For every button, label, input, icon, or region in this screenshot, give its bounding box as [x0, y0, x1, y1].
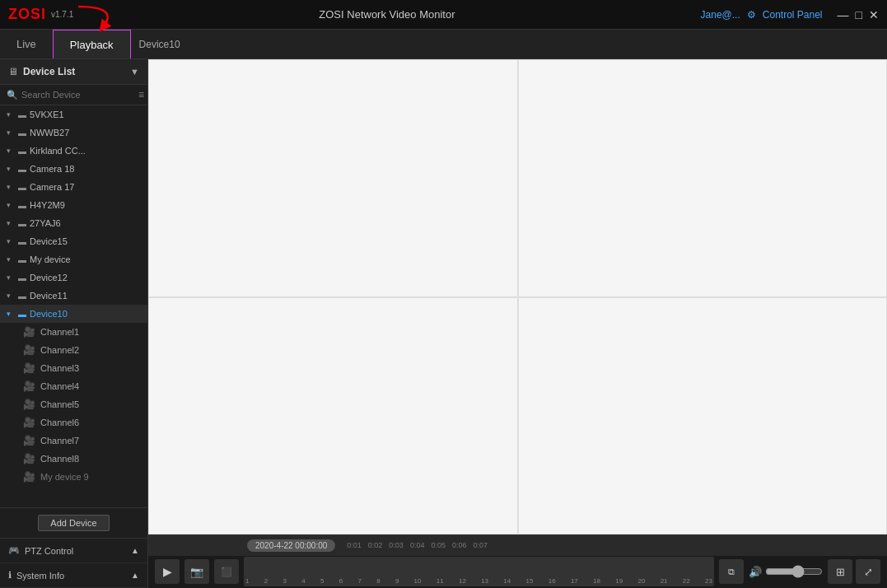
chevron-down-icon[interactable]: ▼	[130, 67, 139, 77]
tab-playback[interactable]: Playback	[53, 30, 131, 58]
fullscreen-button[interactable]: ⤢	[856, 559, 880, 584]
grid-button[interactable]: ⊞	[828, 559, 852, 584]
tick-label: 0:07	[469, 541, 491, 549]
record-button[interactable]: ⬛	[214, 559, 239, 584]
restore-button[interactable]: □	[856, 8, 862, 21]
collapse-icon: ▾	[7, 201, 15, 209]
device-item[interactable]: ▾ ▬ Device15	[0, 232, 147, 250]
search-icon: 🔍	[7, 90, 18, 100]
video-cell-1[interactable]	[148, 59, 518, 297]
collapse-icon: ▾	[7, 128, 15, 137]
screenshot-button[interactable]: 📷	[184, 559, 209, 584]
device-item[interactable]: ▾ ▬ Camera 18	[0, 160, 147, 178]
close-button[interactable]: ✕	[869, 8, 879, 21]
nvr-icon: ▬	[18, 110, 26, 119]
nvr-icon: ▬	[18, 255, 26, 264]
camera-icon: 🎥	[23, 380, 35, 392]
tick-label: 0:03	[385, 541, 407, 549]
device-item[interactable]: ▾ ▬ 5VKXE1	[0, 105, 147, 124]
breadcrumb: Device10	[131, 39, 189, 50]
tick-label: 0:05	[427, 541, 449, 549]
channel-item[interactable]: 🎥 Channel2	[0, 341, 147, 359]
main-layout: 🖥 Device List ▼ 🔍 ≡ ▾ ▬ 5VKXE1 ▾ ▬ NWWB2…	[0, 59, 887, 588]
camera-icon: 🎥	[23, 471, 35, 483]
collapse-icon: ▾	[7, 165, 15, 173]
collapse-icon: ▾	[7, 292, 15, 300]
device-list-title: Device List	[23, 66, 75, 77]
add-device-button[interactable]: Add Device	[38, 515, 109, 531]
playback-bar: 2020-4-22 00:00:00 0:01 0:02 0:03 0:04 0…	[148, 534, 887, 588]
tick-label: 0:02	[365, 541, 386, 549]
collapse-icon: ▾	[7, 310, 15, 318]
volume-slider[interactable]	[765, 565, 823, 578]
content-area: 2020-4-22 00:00:00 0:01 0:02 0:03 0:04 0…	[148, 59, 887, 588]
nvr-icon: ▬	[18, 183, 26, 192]
app-title: ZOSI Network Video Monitor	[319, 8, 455, 21]
nvr-icon: ▬	[18, 147, 26, 156]
video-cell-3[interactable]	[148, 297, 518, 535]
collapse-icon: ▾	[7, 273, 15, 282]
device-item[interactable]: ▾ ▬ Device11	[0, 287, 147, 305]
ptz-control-item[interactable]: 🎮 PTZ Control ▲	[0, 539, 147, 563]
device-item[interactable]: ▾ ▬ Kirkland CC...	[0, 142, 147, 160]
volume-area: 🔊	[749, 565, 823, 578]
device-item[interactable]: ▾ ▬ My device	[0, 250, 147, 268]
timeline-ticks: 0:01 0:02 0:03 0:04 0:05 0:06 0:07	[343, 541, 887, 549]
nvr-icon: ▬	[18, 310, 26, 319]
video-grid	[148, 59, 887, 534]
nvr-icon: ▬	[18, 292, 26, 301]
controls-bar: ▶ 📷 ⬛ 1 2 3 4 5 6 7 8 9	[148, 556, 887, 588]
title-bar-left: ZOSI v1.7.1	[8, 6, 73, 23]
device-item[interactable]: ▾ ▬ Device12	[0, 268, 147, 287]
video-cell-2[interactable]	[518, 59, 888, 297]
device-item[interactable]: ▾ ▬ Camera 17	[0, 178, 147, 196]
minimize-button[interactable]: —	[838, 8, 849, 21]
channel-item[interactable]: 🎥 Channel1	[0, 323, 147, 341]
collapse-icon: ▾	[7, 147, 15, 155]
search-box: 🔍 ≡	[0, 85, 147, 105]
add-device-section: Add Device	[0, 507, 147, 538]
channel-item[interactable]: 🎥 Channel8	[0, 450, 147, 468]
system-info-label: System Info	[16, 571, 64, 581]
channel-item-mydevice9[interactable]: 🎥 My device 9	[0, 468, 147, 486]
timeline-header: 2020-4-22 00:00:00 0:01 0:02 0:03 0:04 0…	[148, 535, 887, 556]
channel-item[interactable]: 🎥 Channel3	[0, 359, 147, 377]
video-cell-4[interactable]	[518, 297, 888, 535]
timeline-bar[interactable]: 1 2 3 4 5 6 7 8 9 10 11 12 13 14	[244, 557, 714, 586]
gear-icon[interactable]: ⚙	[747, 9, 756, 21]
channel-item[interactable]: 🎥 Channel4	[0, 377, 147, 395]
channel-item[interactable]: 🎥 Channel7	[0, 432, 147, 450]
nav-tabs: Live Playback Device10	[0, 30, 887, 59]
system-info-item[interactable]: ℹ System Info ▲	[0, 563, 147, 588]
camera-icon: 🎥	[23, 326, 35, 338]
channel-item[interactable]: 🎥 Channel5	[0, 395, 147, 413]
nvr-icon: ▬	[18, 273, 26, 282]
search-input[interactable]	[21, 90, 135, 100]
info-icon: ℹ	[8, 570, 12, 581]
ptz-icon: 🎮	[8, 545, 20, 556]
device-list: ▾ ▬ 5VKXE1 ▾ ▬ NWWB27 ▾ ▬ Kirkland CC...…	[0, 105, 147, 507]
app-logo: ZOSI	[8, 6, 46, 23]
user-name[interactable]: Jane@...	[701, 9, 740, 21]
control-panel-link[interactable]: Control Panel	[763, 9, 823, 21]
app-version: v1.7.1	[51, 10, 73, 19]
device-item-device10[interactable]: ▾ ▬ Device10	[0, 305, 147, 323]
tick-label: 0:04	[407, 541, 428, 549]
play-button[interactable]: ▶	[155, 559, 180, 584]
device-item[interactable]: ▾ ▬ NWWB27	[0, 124, 147, 142]
title-bar: ZOSI v1.7.1 ZOSI Network Video Monitor J…	[0, 0, 887, 30]
nvr-icon: ▬	[18, 165, 26, 174]
clip-button[interactable]: ⧉	[719, 559, 744, 584]
collapse-icon: ▾	[7, 110, 15, 119]
sidebar-footer: 🎮 PTZ Control ▲ ℹ System Info ▲	[0, 538, 147, 588]
channel-item[interactable]: 🎥 Channel6	[0, 413, 147, 432]
list-icon[interactable]: ≡	[138, 89, 144, 100]
tick-label: 0:06	[449, 541, 470, 549]
collapse-icon: ▾	[7, 183, 15, 191]
device-item[interactable]: ▾ ▬ 27YAJ6	[0, 214, 147, 232]
camera-icon: 🎥	[23, 362, 35, 374]
nvr-icon: ▬	[18, 201, 26, 210]
nvr-icon: ▬	[18, 219, 26, 228]
tab-live[interactable]: Live	[0, 30, 53, 58]
device-item[interactable]: ▾ ▬ H4Y2M9	[0, 196, 147, 214]
